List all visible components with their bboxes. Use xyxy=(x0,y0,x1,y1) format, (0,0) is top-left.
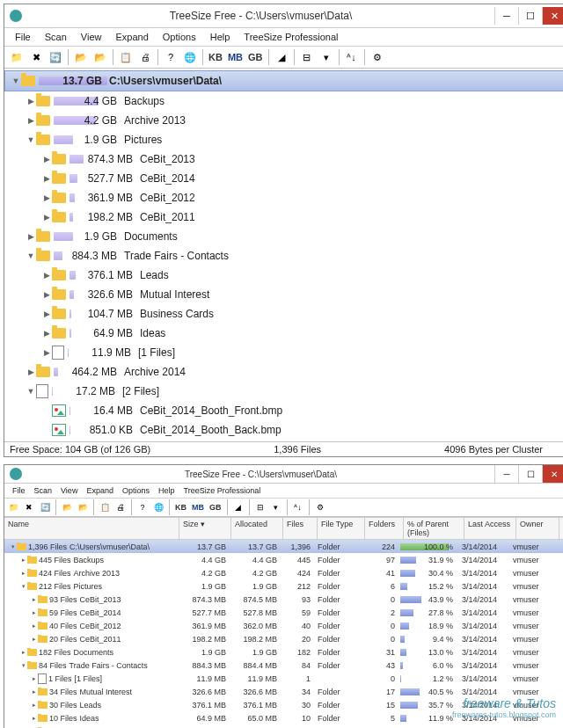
unit-kb[interactable]: KB xyxy=(207,52,224,62)
menu-expand[interactable]: Expand xyxy=(82,485,118,496)
refresh-icon[interactable]: 🔄 xyxy=(38,500,52,514)
tree-row[interactable]: 16.4 MBCeBit_2014_Booth_Front.bmp xyxy=(4,401,563,420)
menu-help[interactable]: Help xyxy=(203,30,238,44)
unit-mb[interactable]: MB xyxy=(190,503,206,512)
column-header[interactable]: Allocated xyxy=(231,518,283,539)
settings-icon[interactable]: ⚙ xyxy=(369,48,386,66)
copy-icon[interactable]: 📋 xyxy=(98,500,112,514)
tree-row[interactable]: ▼1.9 GBPictures xyxy=(4,130,563,149)
expand-toggle-icon[interactable]: ▶ xyxy=(41,348,52,357)
menu-treesize-professional[interactable]: TreeSize Professional xyxy=(237,30,345,44)
menu-view[interactable]: View xyxy=(56,485,82,496)
menu-options[interactable]: Options xyxy=(156,30,203,44)
expand-toggle-icon[interactable]: ▾ xyxy=(20,662,27,669)
expand-toggle-icon[interactable]: ▶ xyxy=(41,290,52,299)
expand-toggle-icon[interactable]: ▼ xyxy=(26,387,36,396)
expand-toggle-icon[interactable]: ▾ xyxy=(10,543,17,550)
grid-row[interactable]: ▸424 Files Archive 20134.2 GB4.2 GB424Fo… xyxy=(4,566,563,579)
menu-view[interactable]: View xyxy=(74,30,109,44)
tree-row[interactable]: 851.0 KBCeBit_2014_Booth_Back.bmp xyxy=(4,420,563,440)
menu-help[interactable]: Help xyxy=(154,485,179,496)
column-header[interactable]: Folders xyxy=(365,518,404,539)
column-header[interactable]: File Type xyxy=(318,518,365,539)
expand-toggle-icon[interactable]: ▶ xyxy=(41,213,52,222)
tree-row[interactable]: ▶376.1 MBLeads xyxy=(4,266,563,285)
expand-toggle-icon[interactable]: ▸ xyxy=(20,557,27,564)
menu-scan[interactable]: Scan xyxy=(30,485,57,496)
tree-row[interactable]: ▶1.9 GBDocuments xyxy=(4,227,563,246)
folder-up-icon[interactable]: 📂 xyxy=(72,48,90,66)
tree-row[interactable]: ▶64.9 MBIdeas xyxy=(4,324,563,343)
globe-icon[interactable]: 🌐 xyxy=(181,48,199,66)
column-header[interactable]: Last Access xyxy=(464,518,516,539)
minimize-button[interactable]: ─ xyxy=(494,465,518,483)
expand-toggle-icon[interactable]: ▼ xyxy=(11,76,21,85)
unit-mb[interactable]: MB xyxy=(226,52,245,62)
menu-options[interactable]: Options xyxy=(118,485,154,496)
expand-toggle-icon[interactable]: ▶ xyxy=(41,329,52,338)
grid-row[interactable]: ▾1,396 Files C:\Users\vmuser\Data\13.7 G… xyxy=(4,540,563,553)
tree-row[interactable]: ▶4.4 GBBackups xyxy=(4,91,563,111)
tree-row[interactable]: ▶464.2 MBArchive 2014 xyxy=(4,362,563,382)
tree-row[interactable]: ▼884.3 MBTrade Fairs - Contacts xyxy=(4,246,563,266)
grid-row[interactable]: ▸34 Files Mutual Interest326.6 MB326.6 M… xyxy=(4,685,563,698)
grid-row[interactable]: ▸93 Files CeBit_2013874.3 MB874.5 MB93Fo… xyxy=(4,593,563,606)
expand-toggle-icon[interactable]: ▸ xyxy=(31,622,38,630)
titlebar[interactable]: TreeSize Free - C:\Users\vmuser\Data\ ─ … xyxy=(4,4,563,28)
folder-remove-icon[interactable]: 📂 xyxy=(91,48,109,66)
grid-row[interactable]: ▸1 Files [1 Files]11.9 MB11.9 MB101.2 %3… xyxy=(4,672,563,685)
menu-file[interactable]: File xyxy=(8,30,38,44)
expand-toggle-icon[interactable]: ▼ xyxy=(26,251,36,260)
grid-row[interactable]: ▸40 Files CeBit_2012361.9 MB362.0 MB40Fo… xyxy=(4,619,563,632)
expand-toggle-icon[interactable]: ▶ xyxy=(26,232,36,241)
folder-remove-icon[interactable]: 📂 xyxy=(76,500,90,514)
help-icon[interactable]: ? xyxy=(162,48,179,66)
unit-kb[interactable]: KB xyxy=(173,503,188,512)
expand-toggle-icon[interactable]: ▸ xyxy=(31,702,38,709)
folder-tree[interactable]: ▼13.7 GBC:\Users\vmuser\Data\▶4.4 GBBack… xyxy=(4,69,563,441)
open-drive-icon[interactable]: 📁 xyxy=(8,48,26,66)
expand-toggle-icon[interactable]: ▶ xyxy=(41,155,52,164)
menu-scan[interactable]: Scan xyxy=(38,30,74,44)
tree-row[interactable]: ▶104.7 MBBusiness Cards xyxy=(4,304,563,324)
stop-icon[interactable]: ✖ xyxy=(22,500,36,514)
column-header[interactable]: Name xyxy=(4,518,179,539)
folder-up-icon[interactable]: 📂 xyxy=(60,500,74,514)
dropdown-icon[interactable]: ▾ xyxy=(269,500,283,514)
tree-row[interactable]: ▶874.3 MBCeBit_2013 xyxy=(4,149,563,169)
tree-row[interactable]: ▶527.7 MBCeBit_2014 xyxy=(4,169,563,188)
expand-toggle-icon[interactable]: ▸ xyxy=(31,609,38,616)
grid-row[interactable]: ▸30 Files Leads376.1 MB376.1 MB30Folder1… xyxy=(4,698,563,711)
tree-row[interactable]: ▶4.2 GBArchive 2013 xyxy=(4,111,563,130)
maximize-button[interactable]: ☐ xyxy=(518,465,542,483)
grid-row[interactable]: ▾84 Files Trade Fairs - Contacts884.3 MB… xyxy=(4,659,563,672)
tree-row[interactable]: ▶11.9 MB[1 Files] xyxy=(4,343,563,362)
dropdown-icon[interactable]: ▾ xyxy=(318,48,335,66)
help-icon[interactable]: ? xyxy=(135,500,150,514)
tree-row[interactable]: ▶361.9 MBCeBit_2012 xyxy=(4,188,563,207)
print-icon[interactable]: 🖨 xyxy=(136,48,154,66)
column-header[interactable]: Size ▾ xyxy=(179,518,231,539)
unit-gb[interactable]: GB xyxy=(246,52,265,62)
expand-toggle-icon[interactable]: ▶ xyxy=(41,174,52,183)
grid-row[interactable]: ▸20 Files CeBit_2011198.2 MB198.2 MB20Fo… xyxy=(4,632,563,645)
print-icon[interactable]: 🖨 xyxy=(113,500,128,514)
tree-row[interactable]: ▶326.6 MBMutual Interest xyxy=(4,285,563,304)
tree-row[interactable]: ▶198.2 MBCeBit_2011 xyxy=(4,207,563,227)
column-header[interactable]: Owner xyxy=(516,518,559,539)
expand-toggle-icon[interactable]: ▾ xyxy=(20,583,27,590)
expand-toggle-icon[interactable]: ▸ xyxy=(31,688,38,695)
settings-icon[interactable]: ⚙ xyxy=(313,500,327,514)
maximize-button[interactable]: ☐ xyxy=(518,7,542,25)
expand-toggle-icon[interactable]: ▸ xyxy=(31,715,38,722)
chart-icon[interactable]: ◢ xyxy=(273,48,290,66)
tree-row[interactable]: ▼17.2 MB[2 Files] xyxy=(4,382,563,401)
open-drive-icon[interactable]: 📁 xyxy=(6,500,20,514)
column-headers[interactable]: NameSize ▾AllocatedFilesFile TypeFolders… xyxy=(4,517,563,540)
details-grid[interactable]: ▾1,396 Files C:\Users\vmuser\Data\13.7 G… xyxy=(4,540,563,728)
refresh-icon[interactable]: 🔄 xyxy=(47,48,64,66)
globe-icon[interactable]: 🌐 xyxy=(151,500,165,514)
close-button[interactable]: ✕ xyxy=(542,7,563,25)
grid-row[interactable]: ▸445 Files Backups4.4 GB4.4 GB445Folder9… xyxy=(4,553,563,566)
minimize-button[interactable]: ─ xyxy=(494,7,518,25)
